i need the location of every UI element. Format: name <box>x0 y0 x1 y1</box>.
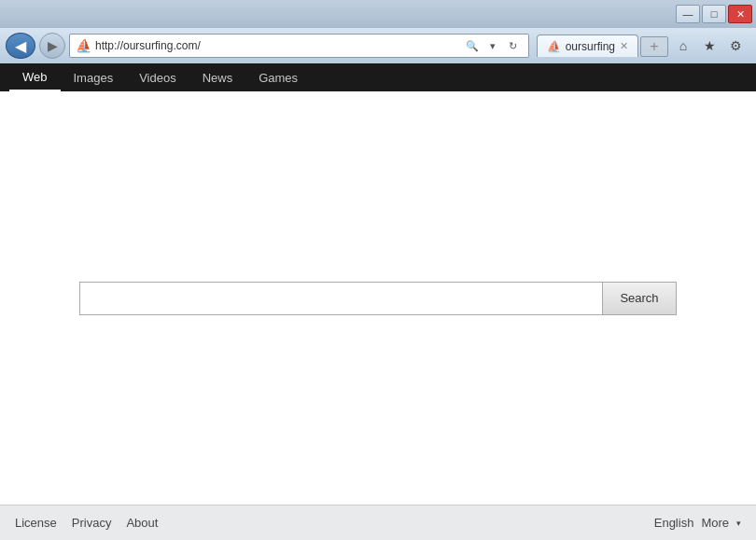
language-selector[interactable]: English <box>654 516 694 530</box>
nav-item-web[interactable]: Web <box>9 63 61 91</box>
site-icon: ⛵ <box>76 38 91 53</box>
more-button[interactable]: More <box>701 516 729 530</box>
more-dropdown-icon[interactable]: ▾ <box>736 519 741 528</box>
settings-button[interactable]: ⚙ <box>724 35 747 56</box>
close-button[interactable]: ✕ <box>728 5 752 23</box>
minimize-button[interactable]: — <box>676 5 700 23</box>
nav-item-images[interactable]: Images <box>61 63 127 91</box>
title-bar: — □ ✕ <box>0 0 756 28</box>
search-nav: Web Images Videos News Games <box>0 63 756 91</box>
about-link[interactable]: About <box>126 516 158 530</box>
privacy-link[interactable]: Privacy <box>72 516 112 530</box>
favorites-button[interactable]: ★ <box>698 35 721 56</box>
tab-label: oursurfing <box>566 40 615 53</box>
address-input[interactable] <box>95 39 459 52</box>
search-input[interactable] <box>79 282 602 315</box>
address-bar[interactable]: ⛵ 🔍 ▾ ↻ <box>69 34 529 58</box>
footer-links: License Privacy About <box>15 516 158 530</box>
forward-icon: ▶ <box>48 38 58 53</box>
search-button[interactable]: Search <box>602 282 676 315</box>
license-link[interactable]: License <box>15 516 57 530</box>
footer: License Privacy About English More ▾ <box>0 505 756 540</box>
main-content: Search <box>0 91 756 505</box>
maximize-button[interactable]: □ <box>702 5 726 23</box>
back-button[interactable]: ◀ <box>6 33 35 59</box>
forward-button[interactable]: ▶ <box>39 33 65 59</box>
nav-item-news[interactable]: News <box>189 63 246 91</box>
nav-item-games[interactable]: Games <box>245 63 311 91</box>
new-tab-button[interactable]: + <box>640 36 668 57</box>
home-button[interactable]: ⌂ <box>672 35 694 56</box>
footer-right: English More ▾ <box>654 516 741 530</box>
back-icon: ◀ <box>15 37 26 55</box>
tab-icon: ⛵ <box>547 40 561 53</box>
search-icon[interactable]: 🔍 <box>463 36 482 55</box>
toolbar-right: ⌂ ★ ⚙ <box>672 35 750 56</box>
refresh-icon[interactable]: ↻ <box>504 36 523 55</box>
nav-bar: ◀ ▶ ⛵ 🔍 ▾ ↻ ⛵ oursurfing ✕ + ⌂ ★ ⚙ <box>0 28 756 63</box>
dropdown-icon[interactable]: ▾ <box>483 36 502 55</box>
search-box-wrapper: Search <box>79 282 676 315</box>
address-actions: 🔍 ▾ ↻ <box>463 36 523 55</box>
window-controls: — □ ✕ <box>676 5 752 23</box>
tab-area: ⛵ oursurfing ✕ + <box>537 35 668 57</box>
tab-close-button[interactable]: ✕ <box>620 40 628 52</box>
nav-item-videos[interactable]: Videos <box>126 63 189 91</box>
active-tab[interactable]: ⛵ oursurfing ✕ <box>537 35 638 57</box>
